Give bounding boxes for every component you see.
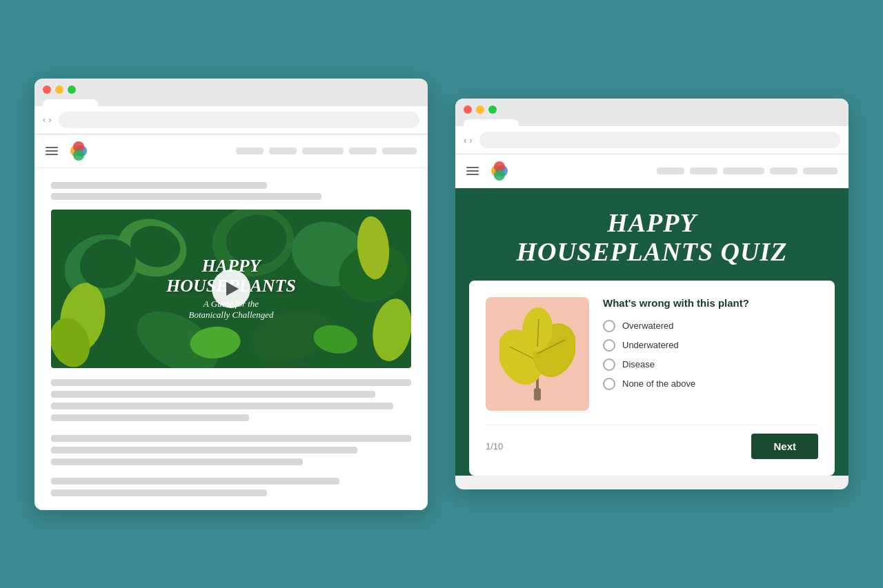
back-arrow[interactable]: ‹ [464,135,466,145]
right-browser-chrome [455,99,849,126]
quiz-title: HAPPY HOUSEPLANTS QUIZ [469,209,835,267]
option-label: Disease [622,359,655,369]
address-bar[interactable] [59,112,419,128]
hamburger-menu[interactable] [46,147,58,155]
text-line [51,379,411,386]
nav-link-bar [269,148,297,154]
option-disease[interactable]: Disease [603,358,818,371]
quiz-progress: 1/10 [486,441,503,452]
nav-arrows: ‹ › [464,135,473,145]
text-line [51,447,357,454]
question-text: What's wrong with this plant? [603,297,818,309]
left-browser-nav [34,134,428,168]
nav-link-bar [690,168,717,174]
play-button[interactable] [212,270,250,308]
svg-point-3 [73,150,84,161]
above-text-lines [51,182,411,200]
hamburger-menu[interactable] [466,167,479,175]
nav-link-bar [349,148,377,154]
nav-link-bar [302,148,344,154]
option-label: Underwatered [622,340,679,350]
text-line [51,478,339,485]
close-dot[interactable] [464,105,472,114]
plant-image [486,297,589,411]
svg-rect-32 [534,388,541,401]
below-text-lines [51,379,411,496]
nav-link-bar [382,148,417,154]
browser-tabs [464,119,840,126]
option-none[interactable]: None of the above [603,378,818,390]
minimize-dot[interactable] [55,85,63,94]
text-line [51,403,393,409]
maximize-dot[interactable] [68,85,76,94]
text-line [51,458,303,465]
logo-icon [490,161,509,181]
radio-underwatered[interactable] [603,339,615,352]
nav-link-bar [770,168,797,174]
question-area: What's wrong with this plant? Overwatere… [603,297,818,411]
video-thumbnail[interactable]: HAPPY HOUSEPLANTS A Guide for the Botani… [51,210,411,368]
next-button[interactable]: Next [751,434,818,459]
logo-icon [69,141,88,161]
quiz-header: HAPPY HOUSEPLANTS QUIZ [455,188,849,281]
text-line [51,193,321,200]
nav-arrows: ‹ › [43,114,52,125]
browser-tabs [43,99,419,106]
left-browser-chrome [34,79,428,106]
radio-none[interactable] [603,378,615,390]
text-line [51,182,267,189]
nav-link-bar [657,168,684,174]
left-browser-window: ‹ › [34,79,428,510]
left-toolbar: ‹ › [34,106,428,134]
option-label: None of the above [622,378,695,389]
forward-arrow[interactable]: › [469,135,472,145]
option-overwatered[interactable]: Overwatered [603,320,818,332]
window-controls [43,85,419,94]
nav-link-bar [723,168,764,174]
minimize-dot[interactable] [476,105,484,114]
plant-illustration [499,305,575,402]
browser-tab[interactable] [43,99,98,106]
quiz-card: What's wrong with this plant? Overwatere… [469,281,835,476]
browser-tab[interactable] [464,119,519,126]
option-underwatered[interactable]: Underwatered [603,339,818,352]
options-list: Overwatered Underwatered Disease No [603,320,818,390]
svg-point-24 [494,170,505,181]
nav-link-bar [803,168,837,174]
quiz-question-area: What's wrong with this plant? Overwatere… [486,297,818,411]
nav-links [657,168,837,174]
window-controls [464,105,840,114]
text-line [51,391,375,398]
nav-link-bar [236,148,264,154]
back-arrow[interactable]: ‹ [43,114,46,125]
address-bar[interactable] [479,132,840,148]
quiz-content: HAPPY HOUSEPLANTS QUIZ [455,188,849,476]
left-content: HAPPY HOUSEPLANTS A Guide for the Botani… [34,168,428,510]
text-line [51,489,267,496]
play-icon [226,282,239,296]
quiz-footer: 1/10 Next [486,425,818,459]
radio-disease[interactable] [603,358,615,371]
forward-arrow[interactable]: › [48,114,51,125]
maximize-dot[interactable] [488,105,497,114]
radio-overwatered[interactable] [603,320,615,332]
option-label: Overwatered [622,321,673,331]
text-line [51,414,249,421]
nav-links [236,148,417,154]
text-line [51,435,411,442]
close-dot[interactable] [43,85,51,94]
right-toolbar: ‹ › [455,126,849,154]
right-browser-nav [455,154,849,188]
right-browser-window: ‹ › HAPPY HOUSEPLANTS QUIZ [455,99,849,489]
